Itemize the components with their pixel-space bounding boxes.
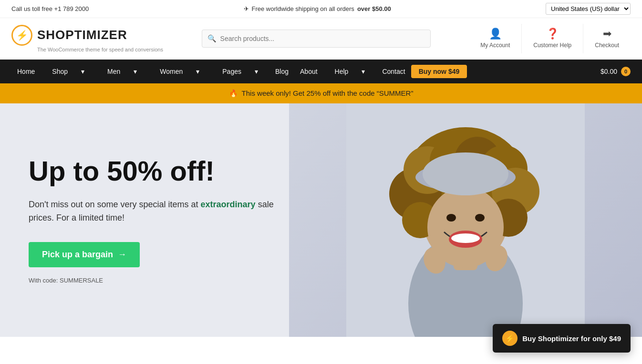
nav-link-home[interactable]: Home — [11, 60, 41, 83]
logo-text: SHOPTIMIZER — [37, 28, 127, 42]
fire-icon: 🔥 — [229, 89, 238, 98]
checkout-link[interactable]: ➡ Checkout — [583, 24, 631, 53]
svg-point-17 — [451, 233, 480, 243]
nav-item-buy-now[interactable]: Buy now $49 — [411, 65, 467, 78]
nav-cart[interactable]: $0.00 0 — [601, 67, 631, 76]
top-bar: Call us toll free +1 789 2000 ✈ Free wor… — [0, 0, 642, 18]
floating-buy-label: Buy Shoptimizer for only $49 — [522, 334, 621, 337]
hero-content: Up to 50% off! Don't miss out on some ve… — [0, 103, 334, 337]
svg-point-19 — [423, 152, 508, 195]
hero-image — [289, 103, 642, 337]
site-header: ⚡ SHOPTIMIZER The WooCommerce theme for … — [0, 18, 642, 60]
nav-link-women[interactable]: Women ▾ — [148, 60, 211, 83]
nav-link-help[interactable]: Help ▾ — [323, 60, 377, 83]
help-icon: ❓ — [546, 28, 559, 40]
nav-item-home[interactable]: Home — [11, 60, 41, 83]
hero-person-bg — [289, 103, 642, 337]
hero-cta-label: Pick up a bargain — [42, 250, 113, 260]
my-account-link[interactable]: 👤 My Account — [469, 24, 522, 53]
nav-link-shop[interactable]: Shop ▾ — [41, 60, 96, 83]
customer-help-link[interactable]: ❓ Customer Help — [522, 24, 583, 53]
nav-link-contact[interactable]: Contact — [376, 60, 411, 83]
shipping-threshold: over $50.00 — [357, 5, 391, 12]
my-account-label: My Account — [480, 42, 510, 50]
shipping-notice: ✈ Free worldwide shipping on all orders … — [244, 5, 391, 12]
nav-item-men[interactable]: Men ▾ — [96, 60, 148, 83]
main-nav: Home Shop ▾ Men ▾ Women ▾ Pages ▾ Blog A… — [0, 60, 642, 83]
nav-item-women[interactable]: Women ▾ — [148, 60, 211, 83]
buy-now-button[interactable]: Buy now $49 — [411, 65, 467, 78]
hero-subtitle-highlight: extraordinary — [201, 200, 256, 209]
logo-area: ⚡ SHOPTIMIZER The WooCommerce theme for … — [11, 25, 163, 52]
nav-links: Home Shop ▾ Men ▾ Women ▾ Pages ▾ Blog A… — [11, 60, 467, 83]
checkout-icon: ➡ — [603, 28, 611, 40]
customer-help-label: Customer Help — [533, 42, 571, 50]
search-input[interactable] — [202, 30, 431, 48]
women-chevron: ▾ — [190, 60, 205, 83]
search-icon: 🔍 — [207, 34, 217, 43]
nav-link-pages[interactable]: Pages ▾ — [211, 60, 269, 83]
promo-banner: 🔥 This week only! Get 25% off with the c… — [0, 83, 642, 103]
logo-icon: ⚡ — [11, 25, 32, 46]
shipping-text: Free worldwide shipping on all orders — [252, 5, 354, 12]
nav-item-pages[interactable]: Pages ▾ — [211, 60, 269, 83]
nav-item-about[interactable]: About — [294, 60, 323, 83]
account-icon: 👤 — [489, 28, 502, 40]
svg-point-14 — [446, 214, 456, 222]
checkout-label: Checkout — [595, 42, 619, 50]
cart-total: $0.00 — [601, 68, 617, 75]
phone-text: Call us toll free +1 789 2000 — [11, 5, 89, 12]
floating-buy-icon: ⚡ — [502, 331, 518, 337]
nav-link-blog[interactable]: Blog — [269, 60, 294, 83]
hero-section: Up to 50% off! Don't miss out on some ve… — [0, 103, 642, 337]
logo-subtitle: The WooCommerce theme for speed and conv… — [37, 47, 163, 52]
plane-icon: ✈ — [244, 5, 249, 12]
hero-title: Up to 50% off! — [29, 156, 305, 186]
floating-buy-button[interactable]: ⚡ Buy Shoptimizer for only $49 — [493, 324, 631, 337]
cart-badge: 0 — [621, 67, 631, 76]
nav-item-help[interactable]: Help ▾ — [323, 60, 377, 83]
nav-link-about[interactable]: About — [294, 60, 323, 83]
hero-promo-code: With code: SUMMERSALE — [29, 277, 305, 284]
nav-item-shop[interactable]: Shop ▾ — [41, 60, 96, 83]
nav-link-men[interactable]: Men ▾ — [96, 60, 148, 83]
hero-cta-button[interactable]: Pick up a bargain → — [29, 242, 140, 267]
logo-row: ⚡ SHOPTIMIZER — [11, 25, 127, 46]
header-actions: 👤 My Account ❓ Customer Help ➡ Checkout — [469, 24, 631, 53]
men-chevron: ▾ — [128, 60, 143, 83]
hero-cta-arrow: → — [118, 250, 126, 260]
search-bar: 🔍 — [202, 30, 431, 48]
nav-item-contact[interactable]: Contact — [376, 60, 411, 83]
help-chevron: ▾ — [356, 60, 371, 83]
hero-subtitle: Don't miss out on some very special item… — [29, 198, 277, 225]
pages-chevron: ▾ — [249, 60, 264, 83]
hero-person-svg — [346, 103, 585, 337]
hero-subtitle-start: Don't miss out on some very special item… — [29, 200, 201, 209]
svg-point-15 — [475, 214, 485, 222]
promo-text: This week only! Get 25% off with the cod… — [242, 89, 414, 97]
currency-select[interactable]: United States (US) dollar — [546, 3, 631, 15]
nav-item-blog[interactable]: Blog — [269, 60, 294, 83]
shop-chevron: ▾ — [75, 60, 90, 83]
